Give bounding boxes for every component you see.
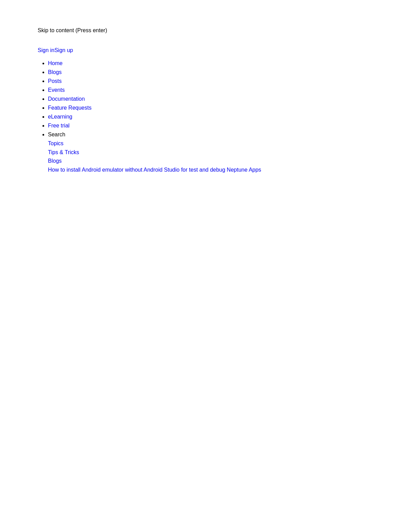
auth-links: Sign inSign up (38, 47, 373, 53)
nav-link-home[interactable]: Home (48, 60, 63, 66)
skip-to-content-link[interactable]: Skip to content (Press enter) (38, 27, 373, 34)
nav-link-feature-requests[interactable]: Feature Requests (48, 105, 91, 111)
sub-links: Topics Tips & Tricks Blogs How to instal… (48, 139, 373, 174)
nav-link-elearning[interactable]: eLearning (48, 114, 72, 120)
nav-item-feature-requests: Feature Requests (48, 105, 373, 111)
nav-list: Home Blogs Posts Events Documentation Fe… (38, 60, 373, 174)
sign-up-link[interactable]: Sign up (54, 47, 73, 53)
nav-item-events: Events (48, 87, 373, 93)
nav-link-posts[interactable]: Posts (48, 78, 62, 84)
sub-link-topics[interactable]: Topics (48, 139, 373, 148)
nav-item-home: Home (48, 60, 373, 66)
nav-link-events[interactable]: Events (48, 87, 65, 93)
nav-item-blogs: Blogs (48, 69, 373, 75)
nav-item-free-trial: Free trial (48, 123, 373, 129)
nav-link-documentation[interactable]: Documentation (48, 96, 85, 102)
nav-item-documentation: Documentation (48, 96, 373, 102)
nav-link-blogs[interactable]: Blogs (48, 69, 62, 75)
nav-item-search: Search Topics Tips & Tricks Blogs How to… (48, 132, 373, 174)
nav-item-posts: Posts (48, 78, 373, 84)
sub-link-tips-tricks[interactable]: Tips & Tricks (48, 148, 373, 157)
page-container: Skip to content (Press enter) Sign inSig… (0, 0, 411, 204)
sub-link-blogs[interactable]: Blogs (48, 157, 373, 165)
nav-item-elearning: eLearning (48, 114, 373, 120)
sign-in-link[interactable]: Sign in (38, 47, 54, 53)
search-label: Search (48, 132, 65, 137)
nav-link-free-trial[interactable]: Free trial (48, 123, 70, 128)
sub-link-article[interactable]: How to install Android emulator without … (48, 165, 373, 174)
